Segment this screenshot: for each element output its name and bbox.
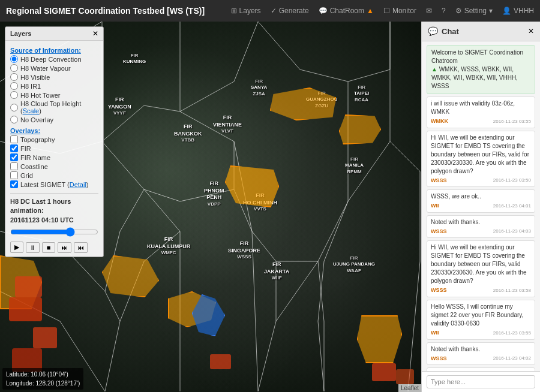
time-3: 2016-11-23 04:01 — [493, 203, 531, 209]
overlay-coastline[interactable]: Coastline — [10, 162, 98, 170]
time-5: 2016-11-23 03:58 — [493, 287, 531, 294]
scale-link[interactable]: Scale — [23, 107, 40, 114]
chat-panel: 💬 Chat ✕ Welcome to SIGMET Coordination … — [421, 22, 540, 392]
hotspot-3 — [33, 327, 57, 348]
anim-controls: ▶ ⏸ ■ ⏭ ⏮ — [10, 242, 98, 253]
chat-header: 💬 Chat ✕ — [422, 22, 540, 41]
chat-message-5: Hi WII, we will be extending our SIGMET … — [427, 240, 535, 297]
app-title: Regional SIGMET Coordination Testbed [WS… — [6, 6, 205, 16]
chat-welcome: Welcome to SIGMET Coordination Chatroom … — [427, 45, 535, 94]
user-menu[interactable]: 👤 VHHH — [502, 7, 534, 15]
hotspot-1 — [15, 276, 42, 297]
longitude: Longitude: 128.20 (128°17') — [6, 379, 80, 388]
sender-2: WSSS — [431, 177, 447, 185]
rewind-button[interactable]: ⏮ — [74, 242, 88, 253]
hotspot-2 — [9, 297, 42, 321]
time-1: 2016-11-23 03:55 — [493, 118, 531, 125]
layers-icon: ⊞ — [231, 7, 237, 15]
sender-3: WII — [431, 202, 439, 210]
nav-generate[interactable]: ✓ Generate — [271, 7, 309, 15]
hotspot-5 — [210, 354, 231, 369]
overlay-sigmet[interactable]: Latest SIGMET (Detail) — [10, 180, 98, 188]
source-h8cth[interactable]: H8 Cloud Top Height (Scale) — [10, 100, 98, 114]
sender-5: WSSS — [431, 287, 447, 294]
overlay-firname[interactable]: FIR Name — [10, 153, 98, 161]
chat-close-button[interactable]: ✕ — [528, 27, 534, 35]
source-h8dc[interactable]: H8 Deep Convection — [10, 55, 98, 63]
stop-button[interactable]: ■ — [42, 242, 55, 253]
leaflet-attribution: Leaflet — [398, 384, 421, 392]
chat-alert-icon: ▲ — [367, 7, 374, 15]
hotspot-6 — [372, 363, 396, 381]
dropdown-icon: ▾ — [489, 7, 493, 15]
sender-6: WII — [431, 329, 439, 337]
chat-input[interactable] — [427, 375, 535, 388]
chat-message-4: Noted with thanks. WSSS 2016-11-23 04:03 — [427, 215, 535, 239]
layers-body: Source of Information: H8 Deep Convectio… — [5, 41, 103, 257]
chat-message-3: WSSS, we are ok.. WII 2016-11-23 04:01 — [427, 189, 535, 213]
source-section-title: Source of Information: — [10, 47, 98, 54]
chat-nav-icon: 💬 — [319, 7, 328, 15]
online-indicator: ▲ — [431, 66, 437, 73]
map-area[interactable]: FIR YANGON VYYF FIR KUNMING FIR BANGKOK … — [0, 22, 421, 392]
fast-forward-button[interactable]: ⏭ — [58, 242, 71, 253]
sender-4: WSSS — [431, 228, 447, 236]
source-h8ht[interactable]: H8 Hot Tower — [10, 91, 98, 99]
chat-message-2: Hi WII, we will be extending our SIGMET … — [427, 131, 535, 188]
time-4: 2016-11-23 04:03 — [493, 228, 531, 234]
overlay-grid[interactable]: Grid — [10, 171, 98, 179]
sigmet-polygon-6 — [357, 315, 402, 363]
overlay-fir[interactable]: FIR — [10, 144, 98, 152]
latitude: Latitude: 10.06 (10°04') — [6, 370, 80, 379]
chat-message-7: Noted with thanks. WSSS 2016-11-23 04:02 — [427, 342, 535, 366]
layers-header: Layers ✕ — [5, 27, 103, 41]
time-7: 2016-11-23 04:02 — [493, 355, 531, 361]
layers-title: Layers — [10, 30, 31, 37]
source-none[interactable]: No Overlay — [10, 116, 98, 123]
animation-section: H8 DC Last 1 hours animation: 20161123 0… — [10, 193, 98, 253]
source-h8wv[interactable]: H8 Water Vapour — [10, 64, 98, 72]
chat-message-6: Hello WSSS, I will continue my sigmet 22… — [427, 300, 535, 340]
overlay-topo[interactable]: Topography — [10, 135, 98, 143]
source-h8vis[interactable]: H8 Visible — [10, 73, 98, 81]
hotspot-7 — [396, 369, 414, 384]
sender-7: WSSS — [431, 355, 447, 363]
sender-1: WMKK — [431, 117, 448, 125]
layers-close-button[interactable]: ✕ — [92, 29, 98, 38]
chat-header-icon: 💬 — [428, 26, 438, 36]
check-icon: ✓ — [271, 7, 277, 15]
monitor-icon: ☐ — [383, 7, 390, 15]
mail-button[interactable]: ✉ — [426, 7, 432, 15]
chat-input-area — [422, 371, 540, 392]
topbar-nav: ⊞ Layers ✓ Generate 💬 ChatRoom ▲ ☐ Monit… — [231, 7, 534, 15]
chat-messages[interactable]: Welcome to SIGMET Coordination Chatroom … — [422, 41, 540, 371]
gear-icon: ⚙ — [455, 7, 462, 15]
layers-panel: Layers ✕ Source of Information: H8 Deep … — [5, 26, 104, 257]
play-button[interactable]: ▶ — [10, 242, 23, 253]
chat-message-1: i will issue with validity 03z-06z, WMKK… — [427, 97, 535, 128]
time-2: 2016-11-23 03:50 — [493, 177, 531, 183]
nav-monitor[interactable]: ☐ Monitor — [383, 7, 416, 15]
detail-link[interactable]: Detail — [70, 181, 86, 188]
nav-chatroom[interactable]: 💬 ChatRoom ▲ — [319, 7, 374, 15]
coordinates-display: Latitude: 10.06 (10°04') Longitude: 128.… — [2, 368, 83, 390]
source-h8ir1[interactable]: H8 IR1 — [10, 82, 98, 90]
pause-button[interactable]: ⏸ — [26, 242, 40, 253]
help-icon: ? — [442, 7, 446, 15]
time-6: 2016-11-23 03:55 — [493, 330, 531, 336]
nav-layers[interactable]: ⊞ Layers — [231, 7, 261, 15]
overlays-section-title: Overlays: — [10, 127, 98, 134]
anim-slider[interactable] — [10, 227, 98, 237]
main-layout: FIR YANGON VYYF FIR KUNMING FIR BANGKOK … — [0, 22, 540, 392]
topbar: Regional SIGMET Coordination Testbed [WS… — [0, 0, 540, 22]
chat-title: Chat — [442, 27, 459, 36]
mail-icon: ✉ — [426, 7, 432, 15]
user-icon: 👤 — [502, 7, 511, 15]
help-button[interactable]: ? — [442, 7, 446, 15]
settings-button[interactable]: ⚙ Setting ▾ — [455, 7, 493, 15]
anim-title: H8 DC Last 1 hours animation: 20161123 0… — [10, 197, 98, 225]
